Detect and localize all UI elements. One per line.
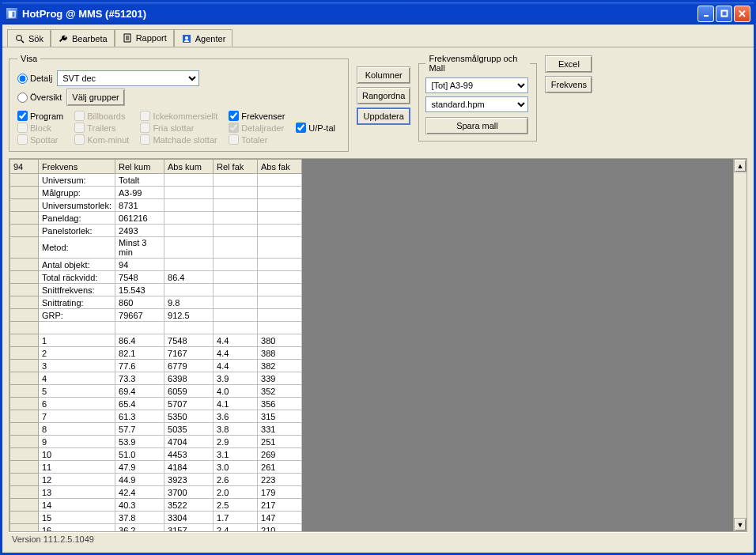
row-header[interactable] bbox=[10, 423, 39, 436]
row-header[interactable] bbox=[10, 410, 39, 423]
row-header[interactable] bbox=[10, 436, 39, 448]
vertical-scrollbar[interactable]: ▲ ▼ bbox=[733, 159, 747, 531]
cell[interactable]: 269 bbox=[258, 448, 302, 461]
table-row[interactable]: 665.457074.1356 bbox=[10, 398, 302, 410]
cell[interactable]: 4453 bbox=[164, 448, 214, 461]
cell[interactable]: Snittrating: bbox=[39, 296, 115, 309]
cell[interactable]: 3157 bbox=[164, 524, 214, 532]
cell[interactable]: 82.1 bbox=[115, 347, 164, 360]
cell[interactable] bbox=[214, 212, 258, 225]
row-header[interactable] bbox=[10, 309, 39, 322]
cell[interactable]: 42.4 bbox=[115, 486, 164, 499]
cell[interactable] bbox=[164, 212, 214, 225]
template-select[interactable]: standard.hpm bbox=[425, 96, 528, 112]
cell[interactable]: Antal objekt: bbox=[39, 259, 115, 271]
table-row[interactable]: Paneldag:061216 bbox=[10, 212, 302, 225]
cell[interactable]: 4.4 bbox=[214, 360, 258, 372]
cell[interactable] bbox=[164, 237, 214, 259]
cell[interactable]: Metod: bbox=[39, 237, 115, 259]
tab-bearbeta[interactable]: Bearbeta bbox=[51, 29, 115, 47]
cell[interactable]: GRP: bbox=[39, 309, 115, 322]
cell[interactable]: Minst 3 min bbox=[115, 237, 164, 259]
cell[interactable] bbox=[258, 225, 302, 237]
valj-grupper-button[interactable]: Välj grupper bbox=[66, 89, 124, 106]
table-row[interactable]: 761.353503.6315 bbox=[10, 410, 302, 423]
cell[interactable]: Universumstorlek: bbox=[39, 199, 115, 212]
cell[interactable]: 3.9 bbox=[214, 372, 258, 385]
cell[interactable]: 15.543 bbox=[115, 284, 164, 296]
scroll-up-icon[interactable]: ▲ bbox=[734, 159, 747, 172]
cell[interactable]: Målgrupp: bbox=[39, 187, 115, 199]
cell[interactable]: 2493 bbox=[115, 225, 164, 237]
cell[interactable]: 7548 bbox=[115, 271, 164, 284]
cell[interactable]: 7167 bbox=[164, 347, 214, 360]
table-row[interactable]: Snittrating:8609.8 bbox=[10, 296, 302, 309]
cell[interactable]: 339 bbox=[258, 372, 302, 385]
cell[interactable] bbox=[258, 187, 302, 199]
cell[interactable]: 6398 bbox=[164, 372, 214, 385]
row-header[interactable] bbox=[10, 259, 39, 271]
cell[interactable] bbox=[214, 199, 258, 212]
table-row[interactable]: 473.363983.9339 bbox=[10, 372, 302, 385]
table-row[interactable]: 1147.941843.0261 bbox=[10, 461, 302, 474]
cell[interactable]: 44.9 bbox=[115, 474, 164, 486]
cell[interactable]: 3.0 bbox=[214, 461, 258, 474]
cell[interactable]: 2.5 bbox=[214, 499, 258, 512]
cell[interactable]: 6059 bbox=[164, 385, 214, 398]
excel-button[interactable]: Excel bbox=[545, 55, 592, 73]
frekvens-button[interactable]: Frekvens bbox=[545, 76, 592, 93]
close-button[interactable]: ✕ bbox=[734, 6, 750, 22]
cell[interactable]: 6779 bbox=[164, 360, 214, 372]
cell[interactable] bbox=[164, 174, 214, 187]
cell[interactable] bbox=[258, 284, 302, 296]
cell[interactable] bbox=[164, 187, 214, 199]
cell[interactable] bbox=[258, 322, 302, 334]
cell[interactable]: 15 bbox=[39, 512, 115, 524]
row-header[interactable] bbox=[10, 499, 39, 512]
table-row[interactable] bbox=[10, 322, 302, 334]
table-row[interactable]: 1636.231572.4210 bbox=[10, 524, 302, 532]
cell[interactable]: 86.4 bbox=[115, 334, 164, 347]
cell[interactable]: Universum: bbox=[39, 174, 115, 187]
cell[interactable]: 1 bbox=[39, 334, 115, 347]
row-header[interactable] bbox=[10, 372, 39, 385]
row-header[interactable] bbox=[10, 474, 39, 486]
kolumner-button[interactable]: Kolumner bbox=[357, 66, 410, 84]
table-row[interactable]: 1244.939232.6223 bbox=[10, 474, 302, 486]
cell[interactable]: Total räckvidd: bbox=[39, 271, 115, 284]
cell[interactable]: 315 bbox=[258, 410, 302, 423]
cell[interactable] bbox=[214, 284, 258, 296]
row-header[interactable] bbox=[10, 296, 39, 309]
cell[interactable] bbox=[214, 174, 258, 187]
cell[interactable]: 3923 bbox=[164, 474, 214, 486]
cell[interactable]: 860 bbox=[115, 296, 164, 309]
cell[interactable]: 261 bbox=[258, 461, 302, 474]
table-row[interactable]: Antal objekt:94 bbox=[10, 259, 302, 271]
row-header[interactable] bbox=[10, 524, 39, 532]
table-row[interactable]: GRP:79667912.5 bbox=[10, 309, 302, 322]
cell[interactable]: 8731 bbox=[115, 199, 164, 212]
cell[interactable]: 4 bbox=[39, 372, 115, 385]
cell[interactable]: A3-99 bbox=[115, 187, 164, 199]
row-header[interactable] bbox=[10, 212, 39, 225]
cell[interactable]: 2.6 bbox=[214, 474, 258, 486]
cell[interactable]: 179 bbox=[258, 486, 302, 499]
cell[interactable] bbox=[258, 237, 302, 259]
cell[interactable]: 5035 bbox=[164, 423, 214, 436]
cell[interactable]: 3304 bbox=[164, 512, 214, 524]
cell[interactable]: 352 bbox=[258, 385, 302, 398]
cell[interactable]: 356 bbox=[258, 398, 302, 410]
cell[interactable] bbox=[214, 309, 258, 322]
tab-rapport[interactable]: Rapport bbox=[115, 29, 174, 47]
cell[interactable] bbox=[214, 259, 258, 271]
table-row[interactable]: Målgrupp:A3-99 bbox=[10, 187, 302, 199]
table-row[interactable]: Total räckvidd:754886.4 bbox=[10, 271, 302, 284]
cell[interactable] bbox=[258, 212, 302, 225]
cell[interactable]: 7548 bbox=[164, 334, 214, 347]
cell[interactable]: 4.4 bbox=[214, 334, 258, 347]
cell[interactable]: 6 bbox=[39, 398, 115, 410]
table-row[interactable]: Panelstorlek:2493 bbox=[10, 225, 302, 237]
cell[interactable]: 2 bbox=[39, 347, 115, 360]
cell[interactable] bbox=[164, 322, 214, 334]
column-header[interactable]: Rel fak bbox=[214, 160, 258, 174]
